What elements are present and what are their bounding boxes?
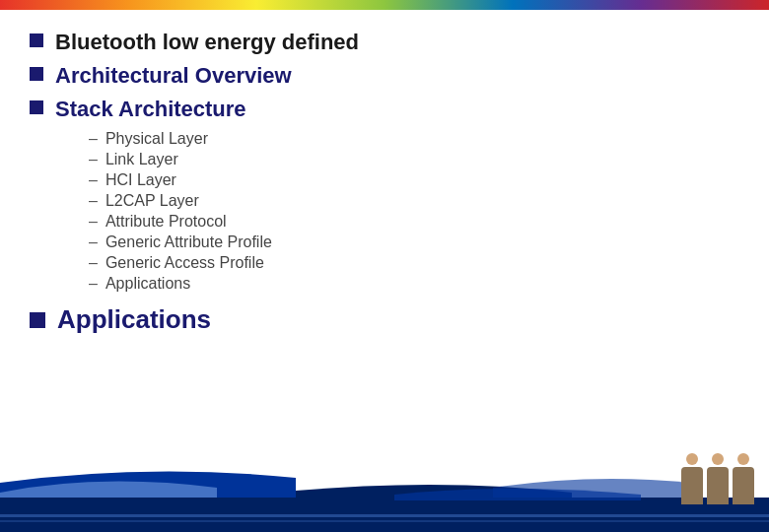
bullet-text-3: Stack Architecture bbox=[55, 97, 246, 122]
sub-dash-4: – bbox=[89, 192, 98, 210]
sub-text-4: L2CAP Layer bbox=[105, 192, 199, 210]
figure-1-body bbox=[681, 467, 703, 504]
sub-text-2: Link Layer bbox=[105, 151, 178, 168]
sub-item-applications: – Applications bbox=[89, 275, 739, 293]
sub-dash-5: – bbox=[89, 213, 98, 231]
figure-3-body bbox=[733, 467, 754, 504]
sub-text-8: Applications bbox=[105, 275, 190, 293]
main-bullet-2: Architectural Overview bbox=[30, 63, 739, 89]
figure-3 bbox=[733, 467, 754, 504]
sub-text-5: Attribute Protocol bbox=[105, 213, 227, 231]
figure-1-head bbox=[686, 453, 698, 465]
bottom-figures bbox=[681, 467, 754, 524]
large-bullet-text: Applications bbox=[57, 304, 211, 335]
bullet-text-1: Bluetooth low energy defined bbox=[55, 30, 359, 55]
large-bullet-applications: Applications bbox=[30, 304, 739, 335]
bullet-square-2 bbox=[30, 67, 43, 81]
sub-text-3: HCI Layer bbox=[105, 171, 176, 189]
sub-item-generic-attribute-profile: – Generic Attribute Profile bbox=[89, 233, 739, 251]
sub-text-7: Generic Access Profile bbox=[105, 254, 264, 272]
sub-item-link-layer: – Link Layer bbox=[89, 151, 739, 168]
figure-2 bbox=[707, 467, 729, 504]
sub-dash-6: – bbox=[89, 233, 98, 251]
top-rainbow-bar bbox=[0, 0, 769, 10]
sub-dash-2: – bbox=[89, 151, 98, 168]
main-bullet-3: Stack Architecture bbox=[30, 97, 739, 122]
sub-item-attribute-protocol: – Attribute Protocol bbox=[89, 213, 739, 231]
svg-rect-2 bbox=[0, 520, 769, 522]
sub-item-physical-layer: – Physical Layer bbox=[89, 130, 739, 148]
sub-dash-8: – bbox=[89, 275, 98, 293]
sub-text-6: Generic Attribute Profile bbox=[105, 233, 272, 251]
sub-list: – Physical Layer – Link Layer – HCI Laye… bbox=[89, 130, 739, 293]
figure-2-body bbox=[707, 467, 729, 504]
bullet-square-1 bbox=[30, 33, 43, 47]
sub-item-hci-layer: – HCI Layer bbox=[89, 171, 739, 189]
bottom-decoration bbox=[0, 443, 769, 532]
figure-1 bbox=[681, 467, 703, 504]
large-bullet-square bbox=[30, 312, 45, 328]
sub-item-l2cap-layer: – L2CAP Layer bbox=[89, 192, 739, 210]
sub-dash-3: – bbox=[89, 171, 98, 189]
sub-dash-1: – bbox=[89, 130, 98, 148]
sub-item-generic-access-profile: – Generic Access Profile bbox=[89, 254, 739, 272]
svg-rect-1 bbox=[0, 514, 769, 517]
sub-text-1: Physical Layer bbox=[105, 130, 208, 148]
bullet-text-2: Architectural Overview bbox=[55, 63, 292, 89]
bottom-waves-svg bbox=[0, 443, 769, 532]
bullet-square-3 bbox=[30, 100, 43, 114]
figure-3-head bbox=[737, 453, 749, 465]
main-bullet-1: Bluetooth low energy defined bbox=[30, 30, 739, 55]
figure-2-head bbox=[712, 453, 724, 465]
sub-dash-7: – bbox=[89, 254, 98, 272]
main-content: Bluetooth low energy defined Architectur… bbox=[30, 30, 739, 433]
